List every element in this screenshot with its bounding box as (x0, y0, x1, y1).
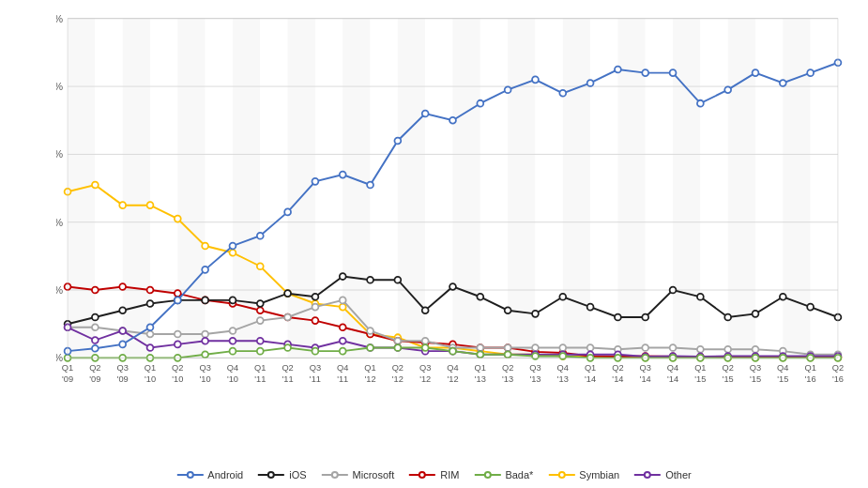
svg-text:'15: '15 (694, 374, 706, 384)
svg-text:Q4: Q4 (557, 363, 569, 373)
svg-point-198 (422, 344, 429, 351)
svg-text:'13: '13 (557, 374, 569, 384)
svg-point-222 (284, 208, 291, 215)
svg-rect-14 (453, 19, 480, 358)
svg-text:Q4: Q4 (227, 363, 238, 373)
svg-point-142 (477, 344, 483, 351)
svg-rect-26 (783, 19, 810, 358)
svg-rect-10 (343, 19, 370, 358)
svg-rect-27 (811, 19, 838, 358)
svg-text:'12: '12 (365, 374, 376, 384)
legend-item-ios: iOS (258, 469, 306, 480)
svg-text:'10: '10 (145, 374, 156, 384)
svg-text:100%: 100% (56, 13, 64, 24)
legend-item-symbian: Symbian (548, 469, 619, 480)
svg-point-238 (724, 86, 731, 93)
svg-point-109 (367, 277, 373, 283)
svg-point-122 (724, 314, 731, 321)
svg-point-76 (257, 307, 264, 313)
svg-point-228 (449, 117, 456, 124)
svg-point-239 (753, 69, 759, 76)
svg-text:Q2: Q2 (502, 363, 513, 373)
svg-point-133 (230, 328, 236, 334)
svg-text:Q3: Q3 (640, 363, 651, 373)
svg-point-124 (780, 294, 786, 300)
svg-text:Q2: Q2 (832, 363, 844, 373)
svg-point-215 (92, 345, 99, 352)
svg-point-99 (92, 314, 99, 321)
legend: AndroidiOSMicrosoftRIMBada*SymbianOther (176, 469, 691, 480)
svg-text:'12: '12 (392, 374, 404, 384)
svg-point-200 (477, 351, 483, 358)
svg-text:'14: '14 (612, 374, 623, 384)
svg-text:Q3: Q3 (199, 363, 210, 373)
svg-point-197 (394, 344, 401, 351)
svg-point-219 (202, 267, 208, 273)
svg-point-108 (340, 273, 346, 280)
svg-point-138 (367, 328, 373, 334)
svg-text:'16: '16 (832, 374, 844, 384)
svg-point-41 (92, 182, 99, 189)
svg-point-163 (257, 338, 264, 344)
svg-point-192 (257, 348, 264, 355)
svg-point-223 (312, 178, 318, 185)
svg-text:Q2: Q2 (612, 363, 623, 373)
svg-point-158 (119, 328, 126, 334)
svg-point-144 (532, 344, 539, 351)
svg-point-136 (312, 304, 318, 311)
svg-point-47 (257, 263, 264, 269)
svg-text:Q1: Q1 (254, 363, 266, 373)
svg-text:Q1: Q1 (804, 363, 815, 373)
svg-rect-24 (728, 19, 755, 358)
svg-point-78 (312, 317, 318, 324)
svg-point-194 (312, 348, 318, 355)
svg-text:'11: '11 (310, 374, 321, 384)
svg-point-229 (477, 100, 483, 107)
svg-text:Q2: Q2 (282, 363, 293, 373)
svg-point-193 (284, 344, 291, 351)
svg-point-46 (230, 250, 236, 256)
svg-point-140 (422, 338, 429, 344)
svg-point-191 (230, 348, 236, 355)
svg-text:'14: '14 (585, 374, 596, 384)
svg-rect-21 (646, 19, 673, 358)
svg-point-162 (230, 338, 236, 344)
svg-point-110 (394, 277, 401, 283)
svg-point-132 (202, 331, 208, 338)
svg-point-157 (92, 337, 99, 343)
svg-point-225 (367, 182, 373, 189)
svg-text:'10: '10 (227, 374, 238, 384)
svg-text:0%: 0% (56, 352, 64, 363)
svg-text:'12: '12 (447, 374, 458, 384)
svg-rect-22 (673, 19, 700, 358)
legend-item-microsoft: Microsoft (322, 469, 395, 480)
svg-point-199 (449, 348, 456, 355)
svg-text:'13: '13 (475, 374, 486, 384)
svg-point-128 (92, 324, 99, 330)
svg-point-220 (230, 243, 236, 250)
svg-point-72 (147, 287, 154, 294)
svg-text:'15: '15 (750, 374, 761, 384)
svg-text:Q1: Q1 (364, 363, 375, 373)
svg-point-131 (175, 331, 181, 338)
svg-text:Q3: Q3 (310, 363, 321, 373)
svg-text:Q1: Q1 (62, 363, 73, 373)
svg-text:Q4: Q4 (447, 363, 458, 373)
svg-point-113 (477, 294, 483, 300)
svg-point-233 (587, 80, 594, 86)
svg-point-43 (147, 202, 154, 208)
svg-point-105 (257, 300, 264, 307)
svg-point-152 (753, 346, 759, 353)
svg-text:Q4: Q4 (337, 363, 348, 373)
svg-text:'12: '12 (419, 374, 431, 384)
svg-point-121 (697, 294, 704, 300)
svg-rect-8 (288, 19, 315, 358)
legend-item-other: Other (634, 469, 692, 480)
svg-point-139 (394, 338, 401, 344)
svg-text:40%: 40% (56, 217, 64, 228)
svg-text:Q1: Q1 (475, 363, 486, 373)
svg-point-195 (340, 348, 346, 355)
svg-point-196 (367, 344, 373, 351)
svg-rect-16 (508, 19, 535, 358)
svg-point-230 (505, 86, 511, 93)
